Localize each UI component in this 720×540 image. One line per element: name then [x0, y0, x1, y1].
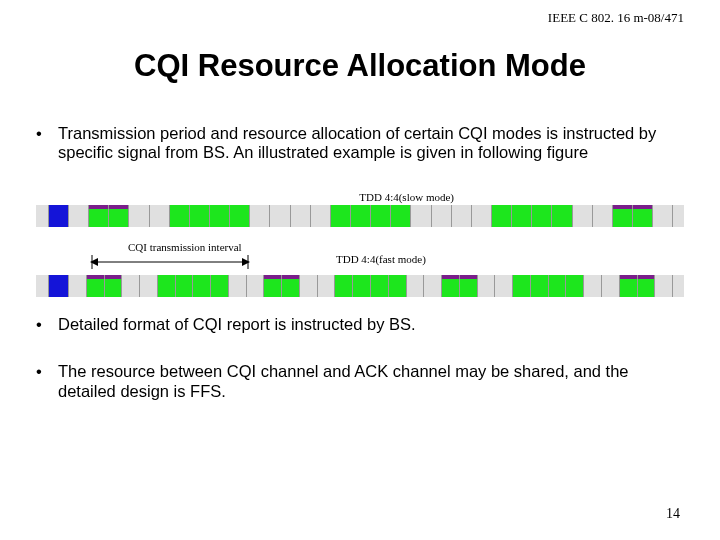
- slot-data: [229, 205, 249, 227]
- slot-data: [209, 205, 229, 227]
- slot-sync: [48, 275, 68, 297]
- slot-data: [551, 205, 571, 227]
- slot-gray: [583, 275, 601, 297]
- slot-cqi: [263, 275, 281, 297]
- content-area: • Transmission period and resource alloc…: [0, 124, 720, 401]
- bullet-2-text: Detailed format of CQI report is instruc…: [58, 315, 684, 334]
- bullet-dot: •: [36, 362, 58, 401]
- slot-gray: [477, 275, 495, 297]
- slot-data: [352, 275, 370, 297]
- slot-gray: [269, 205, 289, 227]
- slot-data: [491, 205, 511, 227]
- mid-label-row: CQI transmission interval TDD 4:4(fast m…: [36, 241, 684, 273]
- slot-edge: [36, 275, 48, 297]
- document-id: IEEE C 802. 16 m-08/471: [548, 10, 684, 26]
- slot-gray: [423, 275, 441, 297]
- slot-cqi: [612, 205, 632, 227]
- bullet-1-text: Transmission period and resource allocat…: [58, 124, 684, 163]
- slot-cqi: [86, 275, 104, 297]
- slot-cqi: [632, 205, 652, 227]
- slot-cqi: [88, 205, 108, 227]
- slot-data: [175, 275, 193, 297]
- slot-data: [169, 205, 189, 227]
- slot-data: [548, 275, 566, 297]
- slot-gray: [249, 205, 269, 227]
- fast-mode-label: TDD 4:4(fast mode): [336, 253, 426, 265]
- slot-gray: [572, 205, 592, 227]
- slot-data: [210, 275, 228, 297]
- slot-gray: [246, 275, 264, 297]
- timing-figure: TDD 4:4(slow mode): [36, 191, 684, 297]
- slot-gray: [406, 275, 424, 297]
- slot-cqi: [281, 275, 299, 297]
- slot-gray: [652, 205, 672, 227]
- bullet-dot: •: [36, 315, 58, 334]
- slot-gray: [601, 275, 619, 297]
- slot-gray: [149, 205, 169, 227]
- slot-data: [334, 275, 352, 297]
- slot-gray: [310, 205, 330, 227]
- slot-gray: [299, 275, 317, 297]
- slot-gray: [494, 275, 512, 297]
- slot-data: [388, 275, 406, 297]
- slot-data: [530, 275, 548, 297]
- slot-cqi: [459, 275, 477, 297]
- fast-mode-timeline: [36, 275, 684, 297]
- slot-gray: [228, 275, 246, 297]
- slot-gray: [431, 205, 451, 227]
- slow-mode-label: TDD 4:4(slow mode): [36, 191, 684, 203]
- slot-data: [370, 275, 388, 297]
- slot-edge: [36, 205, 48, 227]
- slot-gray: [317, 275, 335, 297]
- slot-sync: [48, 205, 68, 227]
- bullet-3: • The resource between CQI channel and A…: [36, 362, 684, 401]
- svg-marker-1: [90, 258, 98, 266]
- page-title: CQI Resource Allocation Mode: [0, 48, 720, 84]
- slot-gray: [290, 205, 310, 227]
- slot-cqi: [104, 275, 122, 297]
- slot-gray: [592, 205, 612, 227]
- slot-gray: [139, 275, 157, 297]
- slot-gray: [128, 205, 148, 227]
- slot-gray: [471, 205, 491, 227]
- bullet-3-text: The resource between CQI channel and ACK…: [58, 362, 684, 401]
- bullet-2: • Detailed format of CQI report is instr…: [36, 315, 684, 334]
- slot-data: [330, 205, 350, 227]
- slot-gray: [410, 205, 430, 227]
- slot-gray: [121, 275, 139, 297]
- slot-data: [350, 205, 370, 227]
- svg-marker-2: [242, 258, 250, 266]
- slot-data: [189, 205, 209, 227]
- slot-data: [531, 205, 551, 227]
- slot-cqi: [108, 205, 128, 227]
- slot-data: [157, 275, 175, 297]
- bullet-1: • Transmission period and resource alloc…: [36, 124, 684, 163]
- slot-edge: [672, 205, 684, 227]
- slot-gray: [654, 275, 672, 297]
- slot-data: [192, 275, 210, 297]
- slot-cqi: [441, 275, 459, 297]
- slot-data: [512, 275, 530, 297]
- slot-gray: [68, 275, 86, 297]
- slot-gray: [68, 205, 88, 227]
- interval-arrow-icon: [90, 255, 250, 269]
- slow-mode-timeline: [36, 205, 684, 227]
- slot-data: [390, 205, 410, 227]
- slot-data: [370, 205, 390, 227]
- slot-data: [565, 275, 583, 297]
- slot-data: [511, 205, 531, 227]
- slot-cqi: [619, 275, 637, 297]
- page-number: 14: [666, 506, 680, 522]
- bullet-dot: •: [36, 124, 58, 163]
- slot-gray: [451, 205, 471, 227]
- slot-edge: [672, 275, 684, 297]
- interval-label: CQI transmission interval: [128, 241, 242, 253]
- slot-cqi: [637, 275, 655, 297]
